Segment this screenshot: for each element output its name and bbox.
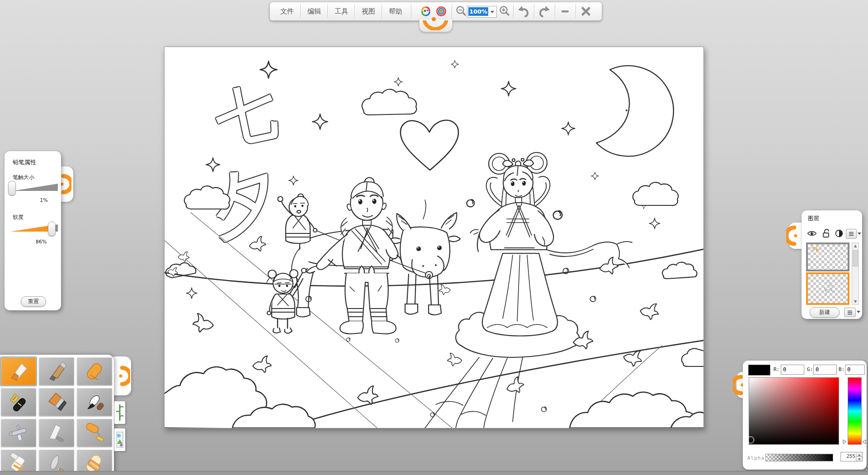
chevron-down-icon[interactable] <box>858 233 861 235</box>
scrollbar-thumb[interactable] <box>853 250 858 266</box>
green-label: G: <box>807 366 813 372</box>
toolbar-separator <box>382 5 382 18</box>
alpha-slider[interactable] <box>765 454 833 461</box>
zoom-level-value[interactable]: 100% <box>468 7 488 16</box>
menu-tools[interactable]: 工具 <box>329 4 354 19</box>
tool-paint-roller[interactable] <box>77 419 112 447</box>
toolbar-separator <box>555 5 556 18</box>
new-layer-button[interactable]: 新建 <box>810 307 840 318</box>
tool-ink-brush[interactable] <box>77 388 112 416</box>
toolbar-separator <box>327 5 328 18</box>
toolbar-separator <box>534 5 535 18</box>
pencil-properties-panel: 铅笔属性 笔触大小 1% 软度 86% 重置 <box>5 151 61 310</box>
clown-right-eye-icon[interactable] <box>434 5 448 18</box>
clown-smile-icon <box>422 20 448 30</box>
layers-bottom-menu-button[interactable] <box>844 308 856 317</box>
close-button[interactable] <box>579 5 593 18</box>
menu-file[interactable]: 文件 <box>274 4 300 19</box>
picture-stamp-button[interactable] <box>114 428 126 451</box>
menu-edit[interactable]: 编辑 <box>302 4 327 19</box>
brush-size-label: 笔触大小 <box>13 174 34 181</box>
green-input[interactable] <box>813 365 837 375</box>
hue-marker-left[interactable] <box>843 439 847 444</box>
heart-outline <box>401 120 458 170</box>
hue-marker-right[interactable] <box>862 439 866 444</box>
layers-panel-title: 图层 <box>808 215 819 223</box>
menu-view[interactable]: 视图 <box>356 4 381 19</box>
minimize-button[interactable] <box>558 5 572 18</box>
softness-slider-thumb[interactable] <box>48 222 56 236</box>
tool-wood-pencil[interactable] <box>39 357 74 385</box>
crescent-moon <box>596 66 674 156</box>
zoom-level-select[interactable]: 100% <box>467 6 497 18</box>
weaver-girl <box>470 152 632 271</box>
brush-size-slider-thumb[interactable] <box>8 181 16 195</box>
clown-left-eye-icon[interactable] <box>419 5 433 18</box>
app-window: 七 夕 <box>0 0 868 475</box>
tool-airbrush[interactable] <box>1 419 36 447</box>
alpha-label: Alpha <box>747 455 764 461</box>
toolbar-separator <box>576 5 576 18</box>
alpha-marker[interactable] <box>827 457 832 461</box>
alpha-value-box: 255 ▲ ▼ <box>840 452 863 461</box>
layer-thumbnail-1[interactable] <box>806 242 849 271</box>
bottom-clouds <box>165 367 703 428</box>
clown-mouth-flap <box>419 19 453 32</box>
softness-slider-fill <box>11 224 51 232</box>
hue-slider[interactable] <box>848 377 862 445</box>
char-qi: 七 <box>209 75 283 156</box>
color-picker-panel: R: G: B: Alpha 255 ▲ ▼ <box>743 361 867 470</box>
sv-selector[interactable] <box>747 437 754 443</box>
spinner-down-icon[interactable]: ▼ <box>856 456 862 461</box>
layer2-sketch-preview <box>820 280 838 298</box>
main-toolbar: 文件 编辑 工具 视图 帮助 <box>269 2 602 21</box>
palette-collapse-handle[interactable] <box>113 356 131 395</box>
tool-fountain-pen[interactable] <box>1 388 36 416</box>
bamboo-stamp-button[interactable] <box>114 401 126 424</box>
eye-icon[interactable] <box>807 229 817 238</box>
tool-pencil-tip[interactable] <box>1 357 36 385</box>
contrast-icon[interactable] <box>835 229 843 238</box>
tool-palette <box>0 355 114 475</box>
tool-palette-knife[interactable] <box>39 419 74 447</box>
qixi-line-art: 七 夕 <box>165 47 703 428</box>
scroll-down-icon[interactable]: ▼ <box>852 299 859 304</box>
chevron-down-icon[interactable] <box>857 311 860 313</box>
zoom-in-button[interactable] <box>498 5 511 18</box>
brush-size-slider[interactable] <box>13 184 58 191</box>
tool-crayon[interactable] <box>77 357 112 385</box>
red-input[interactable] <box>781 365 804 375</box>
current-color-swatch[interactable] <box>748 365 770 375</box>
layer-menu-button[interactable] <box>846 229 857 239</box>
toolbar-separator <box>513 5 514 18</box>
softness-label: 软度 <box>13 214 24 221</box>
unlock-icon[interactable] <box>822 228 830 238</box>
toolbar-separator <box>452 5 453 18</box>
scroll-up-icon[interactable]: ▲ <box>852 244 859 248</box>
alpha-spinner[interactable]: ▲ ▼ <box>856 452 862 461</box>
drawing-canvas[interactable]: 七 夕 <box>164 47 704 428</box>
weaver-skirt <box>482 253 558 336</box>
chevron-down-icon[interactable] <box>491 11 494 13</box>
window-bottom-edge <box>0 471 868 475</box>
toolbar-separator <box>354 5 355 18</box>
softness-value: 86% <box>28 239 54 245</box>
undo-button[interactable] <box>517 5 530 18</box>
redo-button[interactable] <box>538 5 551 18</box>
brush-size-value: 1% <box>31 197 57 203</box>
layers-panel: 图层 <box>802 210 862 319</box>
red-label: R: <box>774 366 779 372</box>
reset-button[interactable]: 重置 <box>21 296 46 307</box>
menu-help[interactable]: 帮助 <box>383 4 408 19</box>
layer-thumbnail-2[interactable] <box>806 272 849 305</box>
pencil-panel-title: 铅笔属性 <box>13 158 36 166</box>
layer1-sketch-preview <box>809 245 823 256</box>
spinner-up-icon[interactable]: ▲ <box>856 452 862 456</box>
saturation-value-picker[interactable] <box>749 377 839 445</box>
alpha-value[interactable]: 255 <box>841 453 855 459</box>
blue-input[interactable] <box>845 365 865 375</box>
tool-flat-brush[interactable] <box>39 388 74 416</box>
zoom-out-button[interactable] <box>454 5 468 18</box>
toolbar-separator <box>300 5 301 18</box>
layers-scrollbar[interactable]: ▲ ▼ <box>852 242 859 305</box>
